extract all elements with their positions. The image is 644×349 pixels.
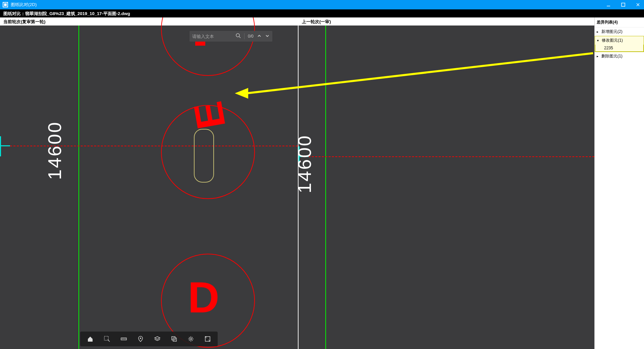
diff-sidebar: 差异列表(4) ▸ 新增图元(2) ▾ 修改图元(1) 2235 ▸ 删除图元(… xyxy=(594,17,644,349)
minimize-button[interactable] xyxy=(605,1,612,8)
svg-line-8 xyxy=(108,340,110,342)
svg-rect-15 xyxy=(172,337,175,340)
search-prev-button[interactable] xyxy=(257,34,262,39)
svg-rect-16 xyxy=(173,338,176,341)
diff-group-deleted[interactable]: ▸ 删除图元(1) xyxy=(595,52,644,60)
viewport-current[interactable]: 当前轮次(复审第一轮) E D 14600 xyxy=(0,17,299,349)
search-input[interactable] xyxy=(192,34,232,39)
diff-item-id: 2235 xyxy=(604,46,613,50)
svg-point-13 xyxy=(140,338,141,339)
zoom-region-button[interactable] xyxy=(102,334,112,344)
copy-button[interactable] xyxy=(169,334,179,344)
diff-group-label: 修改图元(1) xyxy=(602,38,623,43)
marker-cross-v xyxy=(0,136,1,156)
window-title: 图纸比对(2D) xyxy=(11,2,605,8)
marker-cross-h xyxy=(0,145,10,146)
home-button[interactable] xyxy=(86,334,95,344)
layers-button[interactable] xyxy=(153,334,162,344)
file-path-bar: 图纸对比：翡翠湖别院_G8%23_建筑_2019_10_17-平面图-2.dwg xyxy=(0,9,644,17)
svg-rect-2 xyxy=(622,3,625,6)
column-outline xyxy=(194,129,214,183)
diff-group-modified[interactable]: ▾ 修改图元(1) xyxy=(595,36,644,45)
diff-item[interactable]: 2235 xyxy=(595,45,644,52)
svg-rect-0 xyxy=(4,3,7,6)
dimension-text: 14600 xyxy=(299,134,315,193)
diff-group-added[interactable]: ▸ 新增图元(2) xyxy=(595,28,644,36)
locate-button[interactable] xyxy=(136,334,145,344)
chevron-down-icon: ▾ xyxy=(597,39,600,42)
viewport-previous-header: 上一轮次(一审) xyxy=(299,17,594,26)
settings-button[interactable] xyxy=(186,334,196,344)
svg-line-6 xyxy=(239,37,240,38)
canvas-left[interactable]: E D 14600 xyxy=(0,26,298,349)
svg-marker-14 xyxy=(155,337,160,339)
app-icon xyxy=(3,2,8,7)
titlebar: 图纸比对(2D) xyxy=(0,0,644,9)
diff-group-label: 删除图元(1) xyxy=(601,53,623,59)
chevron-right-icon: ▸ xyxy=(597,54,600,58)
dimension-text: 14600 xyxy=(44,121,65,180)
grid-bubble xyxy=(161,17,255,76)
close-button[interactable] xyxy=(635,1,641,8)
grid-line-horizontal xyxy=(299,156,594,157)
search-next-button[interactable] xyxy=(265,34,270,39)
svg-point-5 xyxy=(236,34,239,37)
maximize-button[interactable] xyxy=(620,1,627,8)
search-count: 0/0 xyxy=(248,34,254,39)
diff-sidebar-header: 差异列表(4) xyxy=(595,17,644,28)
svg-point-17 xyxy=(190,338,192,340)
grid-label-d: D xyxy=(188,276,219,319)
search-bar: 0/0 xyxy=(190,31,272,42)
diff-group-label: 新增图元(2) xyxy=(601,29,623,35)
chevron-right-icon: ▸ xyxy=(597,30,600,34)
measure-button[interactable] xyxy=(119,334,128,344)
fullscreen-button[interactable] xyxy=(203,334,212,344)
grid-line-vertical xyxy=(325,26,326,349)
divider xyxy=(244,33,245,39)
viewport-previous[interactable]: 上一轮次(一审) 14600 xyxy=(299,17,594,349)
toolbar-dock xyxy=(80,332,218,346)
canvas-right[interactable]: 14600 xyxy=(299,26,594,349)
grid-line-vertical xyxy=(78,26,79,349)
search-icon[interactable] xyxy=(236,33,241,39)
